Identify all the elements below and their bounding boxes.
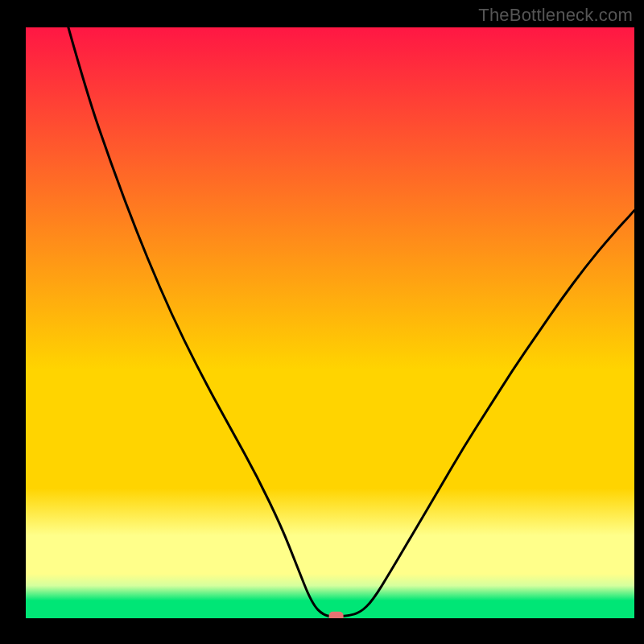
plot-area: [26, 27, 634, 618]
gradient-background: [26, 27, 634, 618]
optimum-marker: [329, 612, 344, 618]
bottleneck-chart: [26, 27, 634, 618]
watermark-text: TheBottleneck.com: [478, 5, 633, 26]
chart-root: TheBottleneck.com: [0, 0, 644, 644]
